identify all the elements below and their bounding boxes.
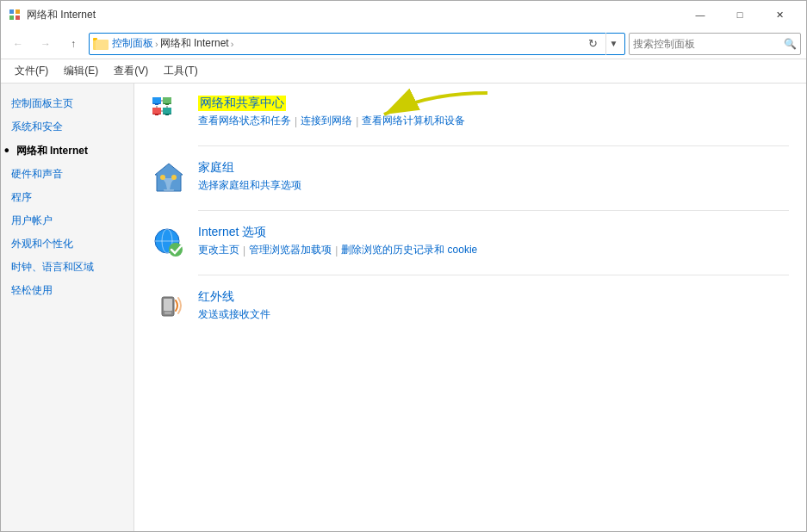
homegroup-title[interactable]: 家庭组 [198,160,789,176]
link-view-network[interactable]: 查看网络状态和任务 [198,114,291,128]
divider-3 [198,275,789,275]
title-bar: 网络和 Internet — □ ✕ [1,1,806,28]
up-button[interactable]: ↑ [61,33,85,55]
link-send-receive[interactable]: 发送或接收文件 [198,307,270,322]
homegroup-links: 选择家庭组和共享选项 [198,178,789,193]
svg-rect-13 [165,103,169,105]
address-field[interactable]: 控制面板 › 网络和 Internet › ↻ ▼ [89,33,625,55]
address-dropdown[interactable]: ▼ [605,33,621,55]
internet-options-title[interactable]: Internet 选项 [198,225,789,240]
infrared-section: 红外线 发送或接收文件 [152,289,789,324]
address-folder-icon [93,37,109,51]
network-sharing-section: 网络和共享中心 查看网络状态和任务 | 连接到网络 | 查看网络计算机和设备 [152,96,789,130]
main-content: 控制面板主页 系统和安全 网络和 Internet 硬件和声音 程序 用户帐户 … [1,84,806,531]
svg-rect-16 [155,114,158,115]
network-sharing-title[interactable]: 网络和共享中心 [198,96,286,111]
svg-point-27 [171,175,177,180]
internet-options-body: Internet 选项 更改主页 | 管理浏览器加载项 | 删除浏览的历史记录和… [198,225,789,257]
menu-bar: 文件(F) 编辑(E) 查看(V) 工具(T) [1,59,806,84]
svg-rect-12 [163,97,171,103]
search-field[interactable]: 🔍 [629,33,801,55]
search-input[interactable] [633,38,780,50]
refresh-button[interactable]: ↻ [583,34,602,53]
svg-rect-19 [165,114,169,115]
svg-rect-10 [155,103,158,105]
sidebar: 控制面板主页 系统和安全 网络和 Internet 硬件和声音 程序 用户帐户 … [1,84,134,531]
homegroup-body: 家庭组 选择家庭组和共享选项 [198,160,789,193]
infrared-title[interactable]: 红外线 [198,289,789,305]
internet-options-section: Internet 选项 更改主页 | 管理浏览器加载项 | 删除浏览的历史记录和… [152,225,789,259]
link-change-homepage[interactable]: 更改主页 [198,243,239,257]
address-bar: ← → ↑ 控制面板 › 网络和 Internet › ↻ ▼ 🔍 [1,28,806,59]
sidebar-item-accessibility[interactable]: 轻松使用 [1,279,133,302]
sidebar-item-system[interactable]: 系统和安全 [1,115,133,139]
menu-file[interactable]: 文件(F) [8,61,55,81]
link-connect-network[interactable]: 连接到网络 [301,114,352,128]
restore-button[interactable]: □ [720,1,760,28]
sidebar-item-users[interactable]: 用户帐户 [1,209,133,232]
back-button[interactable]: ← [6,33,30,55]
divider-2 [198,210,789,211]
svg-rect-1 [16,9,20,14]
infrared-icon [152,289,186,324]
sidebar-item-hardware[interactable]: 硬件和声音 [1,163,133,186]
breadcrumb-current: 网络和 Internet [160,36,229,51]
menu-edit[interactable]: 编辑(E) [57,61,105,81]
svg-point-26 [160,175,165,180]
breadcrumb: 控制面板 › 网络和 Internet › [112,36,580,51]
link-delete-history[interactable]: 删除浏览的历史记录和 cookie [341,243,477,257]
content-area: 网络和共享中心 查看网络状态和任务 | 连接到网络 | 查看网络计算机和设备 [134,84,806,531]
svg-rect-0 [9,9,14,14]
svg-rect-18 [163,108,171,114]
link-manage-addons[interactable]: 管理浏览器加载项 [249,243,332,257]
infrared-body: 红外线 发送或接收文件 [198,289,789,322]
sidebar-item-controlpanel[interactable]: 控制面板主页 [1,92,133,115]
window-title: 网络和 Internet [27,8,96,22]
link-homegroup-share[interactable]: 选择家庭组和共享选项 [198,178,301,193]
menu-view[interactable]: 查看(V) [107,61,155,81]
search-icon[interactable]: 🔍 [784,38,797,50]
internet-options-links: 更改主页 | 管理浏览器加载项 | 删除浏览的历史记录和 cookie [198,243,789,257]
svg-rect-3 [16,15,20,20]
svg-rect-15 [152,108,161,114]
svg-rect-33 [164,299,172,311]
network-sharing-icon [152,96,186,130]
breadcrumb-controlpanel[interactable]: 控制面板 [112,36,153,51]
sidebar-item-network[interactable]: 网络和 Internet [1,139,133,163]
main-window: 网络和 Internet — □ ✕ ← → ↑ 控制面板 › 网络和 Inte… [0,0,807,532]
sidebar-item-programs[interactable]: 程序 [1,186,133,209]
internet-options-icon [152,225,186,259]
infrared-links: 发送或接收文件 [198,307,789,322]
window-controls: — □ ✕ [680,1,799,28]
minimize-button[interactable]: — [680,1,720,28]
svg-rect-34 [165,312,171,314]
svg-rect-2 [9,15,14,20]
homegroup-icon [152,160,186,195]
close-button[interactable]: ✕ [760,1,799,28]
arrow-annotation [358,89,496,134]
divider-1 [198,145,789,146]
sidebar-item-datetime[interactable]: 时钟、语言和区域 [1,256,133,279]
sidebar-item-appearance[interactable]: 外观和个性化 [1,232,133,256]
menu-tools[interactable]: 工具(T) [157,61,204,81]
svg-rect-6 [96,40,109,50]
title-bar-icon [8,8,22,22]
homegroup-section: 家庭组 选择家庭组和共享选项 [152,160,789,195]
svg-rect-9 [152,97,161,103]
forward-button[interactable]: → [34,33,58,55]
